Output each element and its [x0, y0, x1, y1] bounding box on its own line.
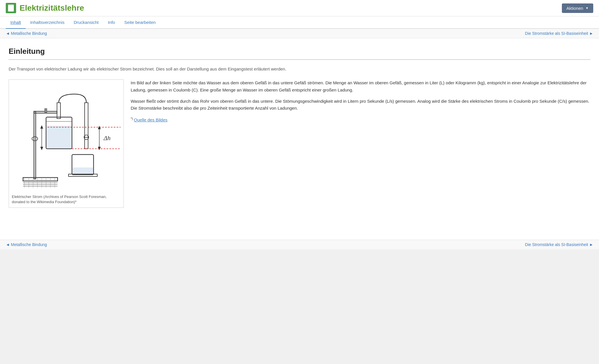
nav-item-inhaltsverzeichnis[interactable]: Inhaltsverzeichnis — [26, 16, 69, 29]
svg-rect-0 — [23, 178, 58, 181]
content-two-col: Δh — [9, 79, 590, 208]
svg-point-3 — [32, 137, 38, 141]
nav-item-druckansicht[interactable]: Druckansicht — [69, 16, 103, 29]
chevron-down-icon: ▼ — [585, 6, 589, 10]
nav-item-info[interactable]: Info — [103, 16, 120, 29]
logo-icon — [6, 3, 16, 13]
svg-rect-8 — [85, 103, 88, 149]
content-area: Einleitung Der Transport von elektrische… — [0, 38, 599, 240]
header-left: Elektrizitätslehre — [6, 3, 84, 13]
right-paragraph-2: Wasser fließt oder strömt durch das Rohr… — [131, 98, 590, 112]
intro-text: Der Transport von elektrischer Ladung wi… — [9, 66, 590, 73]
image-container: Δh — [9, 79, 124, 208]
nav-item-seite-bearbeiten[interactable]: Seite bearbeiten — [120, 16, 160, 29]
svg-rect-7 — [57, 103, 60, 119]
source-footnote: *) Quelle des Bildes — [131, 116, 590, 124]
svg-rect-11 — [73, 167, 93, 174]
prev-page-link-bottom[interactable]: Metallische Bindung — [6, 242, 47, 247]
next-page-link-bottom[interactable]: Die Stromstärke als SI-Basiseinheit — [525, 242, 593, 247]
svg-rect-1 — [34, 111, 36, 179]
next-page-link-top[interactable]: Die Stromstärke als SI-Basiseinheit — [525, 31, 593, 36]
figure-caption: Elektrischer Strom (Archives of Pearson … — [12, 194, 121, 205]
right-paragraph-1: Im Bild auf der linken Seite möchte das … — [131, 79, 590, 94]
page-title: Elektrizitätslehre — [20, 3, 84, 13]
header: Elektrizitätslehre Aktionen ▼ — [0, 0, 599, 16]
section-title: Einleitung — [9, 47, 590, 60]
figure-image: Δh — [12, 83, 121, 192]
aktionen-label: Aktionen — [566, 6, 583, 11]
nav-item-inhalt[interactable]: Inhalt — [6, 16, 26, 29]
logo-inner — [8, 5, 14, 12]
svg-marker-15 — [40, 147, 43, 150]
top-nav-strip: Metallische Bindung Die Stromstärke als … — [0, 29, 599, 38]
svg-marker-14 — [40, 125, 43, 129]
experiment-diagram-svg: Δh — [12, 83, 121, 192]
source-link[interactable]: Quelle des Bildes — [134, 117, 168, 122]
svg-marker-20 — [98, 126, 101, 129]
svg-rect-9 — [45, 108, 47, 113]
svg-rect-5 — [47, 126, 71, 148]
footnote-marker: *) — [131, 117, 134, 120]
aktionen-button[interactable]: Aktionen ▼ — [562, 3, 593, 13]
svg-marker-21 — [98, 147, 101, 150]
svg-text:Δh: Δh — [103, 134, 111, 142]
bottom-nav-strip: Metallische Bindung Die Stromstärke als … — [0, 240, 599, 249]
right-text-column: Im Bild auf der linken Seite möchte das … — [131, 79, 590, 128]
nav-bar: Inhalt Inhaltsverzeichnis Druckansicht I… — [0, 16, 599, 29]
prev-page-link-top[interactable]: Metallische Bindung — [6, 31, 47, 36]
